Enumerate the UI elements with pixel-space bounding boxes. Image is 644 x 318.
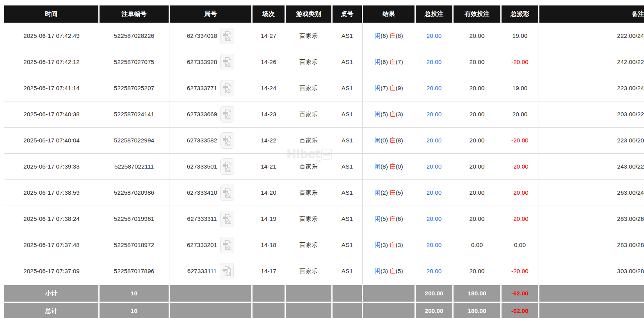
result-player-score: (8)	[381, 163, 388, 170]
result-banker-label: 庄	[390, 111, 396, 117]
total-payout: -62.00	[501, 302, 539, 318]
cell-bet-no: 522587019961	[99, 206, 169, 232]
result-banker-label: 庄	[390, 189, 396, 196]
cell-payout: 20.00	[501, 101, 539, 128]
bet-record-row: 2025-06-17 07:40:04522587022994627333582…	[4, 128, 644, 154]
round-no-group: 627333669	[169, 106, 252, 123]
result-player-label: 闲	[374, 137, 381, 144]
cell-time: 2025-06-17 07:38:24	[4, 206, 99, 232]
cell-table-no: AS1	[332, 49, 363, 75]
cell-total-bet: 20.00	[415, 101, 453, 128]
cell-result: 闲(2) 庄(5)	[363, 180, 415, 206]
result-player-score: (3)	[381, 268, 388, 274]
round-no-value: 627334018	[187, 32, 217, 39]
cell-time: 2025-06-17 07:41:14	[4, 75, 99, 101]
bet-records-table-wrap: 时间 注单编号 局号 场次 游戏类别 桌号 结果 总投注 有效投注 总派彩 备注…	[4, 5, 644, 318]
cell-round-no: 627333928	[169, 49, 252, 75]
cell-bet-no: 522587025207	[99, 75, 169, 101]
cell-round-no: 627333501	[169, 154, 252, 180]
result-player-score: (6)	[381, 32, 388, 39]
header-total-bet: 总投注	[415, 5, 453, 23]
cell-game-type: 百家乐	[285, 206, 332, 232]
cell-table-no: AS1	[332, 75, 363, 101]
cell-round-no: 627333311	[169, 206, 252, 232]
cell-remark: 203.00/22	[539, 101, 644, 128]
table-body: 2025-06-17 07:42:49522587028226627334018…	[4, 23, 644, 285]
result-player-label: 闲	[374, 189, 381, 196]
cell-remark: 283.00/26	[539, 206, 644, 232]
round-no-value: 627333201	[187, 242, 217, 249]
cell-payout: -20.00	[501, 206, 539, 232]
cell-total-bet: 20.00	[415, 23, 453, 49]
cell-payout: 19.00	[501, 23, 539, 49]
result-banker-score: (6)	[396, 215, 403, 222]
bet-record-row: 2025-06-17 07:42:12522587027075627333928…	[4, 49, 644, 75]
video-file-icon	[223, 214, 231, 224]
table-footer: 小计 10 200.00 180.00 -62.00 总计 10	[4, 285, 644, 318]
cell-game-type: 百家乐	[285, 232, 332, 258]
video-replay-button[interactable]	[220, 80, 234, 96]
cell-session: 14-24	[252, 75, 285, 101]
cell-game-type: 百家乐	[285, 75, 332, 101]
video-replay-button[interactable]	[220, 185, 234, 201]
bet-record-row: 2025-06-17 07:38:24522587019961627333311…	[4, 206, 644, 232]
result-banker-score: (3)	[396, 242, 403, 248]
result-player-label: 闲	[374, 163, 381, 170]
cell-payout: -20.00	[501, 180, 539, 206]
cell-session: 14-23	[252, 101, 285, 128]
cell-table-no: AS1	[332, 258, 363, 285]
video-replay-button[interactable]	[220, 263, 234, 279]
video-replay-button[interactable]	[220, 28, 234, 44]
cell-game-type: 百家乐	[285, 101, 332, 128]
cell-payout: 0.00	[501, 232, 539, 258]
cell-total-bet: 20.00	[415, 154, 453, 180]
cell-game-type: 百家乐	[285, 49, 332, 75]
cell-total-bet: 20.00	[415, 128, 453, 154]
cell-table-no: AS1	[332, 154, 363, 180]
result-banker-score: (8)	[396, 32, 403, 39]
cell-round-no: 627333201	[169, 232, 252, 258]
subtotal-label: 小计	[4, 285, 99, 302]
round-no-group: 627333582	[169, 132, 252, 149]
round-no-group: 627333311	[169, 211, 252, 227]
cell-round-no: 627333771	[169, 75, 252, 101]
header-remark: 备注	[539, 5, 644, 23]
cell-payout: -20.00	[501, 49, 539, 75]
cell-round-no: 627333111	[169, 258, 252, 285]
cell-bet-no: 522587027075	[99, 49, 169, 75]
cell-table-no: AS1	[332, 23, 363, 49]
video-replay-button[interactable]	[220, 106, 234, 123]
result-player-label: 闲	[374, 268, 381, 274]
round-no-value: 627333928	[187, 59, 217, 66]
result-banker-score: (5)	[396, 189, 403, 196]
video-replay-button[interactable]	[220, 132, 234, 149]
bet-record-row: 2025-06-17 07:37:09522587017896627333111…	[4, 258, 644, 285]
cell-bet-no: 522587022111	[99, 154, 169, 180]
video-file-icon	[223, 162, 231, 172]
video-replay-button[interactable]	[220, 211, 234, 227]
header-bet-no: 注单编号	[99, 5, 169, 23]
cell-result: 闲(7) 庄(9)	[363, 75, 415, 101]
cell-table-no: AS1	[332, 101, 363, 128]
cell-remark: 223.00/20	[539, 128, 644, 154]
result-player-score: (6)	[381, 59, 388, 65]
result-banker-label: 庄	[390, 163, 396, 170]
video-replay-button[interactable]	[220, 237, 234, 253]
cell-total-bet: 20.00	[415, 258, 453, 285]
cell-game-type: 百家乐	[285, 128, 332, 154]
cell-remark: 243.00/22	[539, 154, 644, 180]
video-file-icon	[222, 266, 231, 277]
result-player-score: (2)	[381, 189, 388, 196]
cell-remark: 223.00/24	[539, 75, 644, 101]
cell-valid-bet: 20.00	[453, 180, 501, 206]
result-player-label: 闲	[374, 215, 381, 222]
video-replay-button[interactable]	[220, 158, 234, 175]
cell-session: 14-27	[252, 23, 285, 49]
cell-payout: -20.00	[501, 154, 539, 180]
result-player-score: (3)	[381, 242, 388, 248]
video-replay-button[interactable]	[220, 54, 234, 70]
result-banker-label: 庄	[390, 268, 396, 274]
result-banker-label: 庄	[390, 59, 396, 65]
subtotal-count: 10	[99, 285, 169, 302]
cell-game-type: 百家乐	[285, 154, 332, 180]
